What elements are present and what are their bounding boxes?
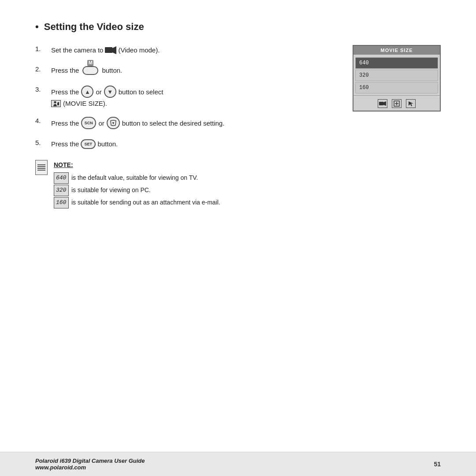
step-3: 3. Press the ▲ or ▼ button to select	[35, 86, 335, 107]
m-button-icon: M	[82, 66, 98, 75]
steps-column: 1. Set the camera to (Video mode). 2.	[35, 45, 335, 209]
screen-plus-svg	[394, 100, 400, 107]
svg-marker-1	[112, 46, 116, 54]
note-text-160: is suitable for sending out as an attach…	[71, 197, 220, 208]
step-5-text-before: Press the	[51, 139, 79, 149]
svg-marker-4	[57, 102, 59, 105]
step-3-content: Press the ▲ or ▼ button to select	[51, 86, 163, 107]
scn-button-icon: SCN	[81, 117, 96, 129]
screen-plus-icon	[392, 99, 402, 108]
step-4-or: or	[98, 119, 104, 127]
step-3-text-line2: (MOVIE SIZE).	[63, 100, 107, 107]
note-text-320: is suitable for viewing on PC.	[71, 185, 151, 196]
svg-rect-0	[105, 47, 112, 53]
set-button-icon: SET	[81, 139, 96, 149]
step-1-number: 1.	[35, 45, 48, 52]
step-4: 4. Press the SCN or ▼ button to select t…	[35, 117, 335, 129]
note-line-2	[37, 166, 45, 167]
step-5: 5. Press the SET button.	[35, 139, 335, 149]
m-label: M	[87, 60, 93, 66]
svg-rect-6	[379, 102, 383, 105]
note-item-320: 320 is suitable for viewing on PC.	[54, 185, 220, 196]
svg-point-2	[54, 101, 56, 103]
up-arrow-icon: ▲	[81, 86, 93, 98]
step-4-content: Press the SCN or ▼ button to select the …	[51, 117, 224, 129]
screen-video-icon	[378, 99, 387, 108]
screen-cursor-svg	[408, 100, 414, 107]
down-scene-svg: ▼	[109, 119, 117, 127]
note-item-640: 640 is the default value, suitable for v…	[54, 172, 220, 184]
step-2-number: 2.	[35, 65, 48, 73]
note-item-160: 160 is suitable for sending out as an at…	[54, 197, 220, 208]
step-3-text-after: button to select	[119, 88, 164, 96]
step-2-text-after: button.	[102, 65, 122, 76]
screen-cursor-icon	[406, 99, 416, 108]
movie-size-icon	[51, 100, 61, 107]
down-scene-icon: ▼	[107, 117, 120, 129]
step-3-line1: Press the ▲ or ▼ button to select	[51, 86, 163, 98]
step-5-number: 5.	[35, 139, 48, 146]
note-line-4	[37, 170, 45, 171]
m-button-shape	[82, 66, 98, 75]
note-label: NOTE:	[54, 160, 220, 171]
screen-item-160: 160	[355, 82, 438, 93]
note-section: NOTE: 640 is the default value, suitable…	[35, 160, 335, 209]
value-640: 640	[54, 172, 69, 184]
screen-bottom-icons	[353, 95, 440, 111]
section-title: • Setting the Video size	[35, 21, 441, 33]
svg-marker-11	[409, 101, 413, 106]
step-3-text-before: Press the	[51, 88, 79, 96]
step-2-content: Press the M button.	[51, 65, 122, 76]
footer-page-number: 51	[434, 461, 441, 468]
screen-video-svg	[379, 101, 386, 106]
page: • Setting the Video size 1. Set the came…	[0, 0, 476, 476]
svg-text:▼: ▼	[112, 121, 115, 125]
step-3-or: or	[96, 88, 101, 96]
value-320: 320	[54, 185, 69, 196]
step-4-number: 4.	[35, 117, 48, 124]
value-160: 160	[54, 197, 69, 208]
step-5-content: Press the SET button.	[51, 139, 118, 149]
bullet-point: •	[35, 21, 39, 33]
video-camera-svg	[105, 46, 116, 55]
screen-item-640: 640	[355, 57, 438, 69]
footer-left: Polaroid i639 Digital Camera User Guide …	[35, 457, 145, 471]
step-4-text-before: Press the	[51, 119, 79, 127]
step-2: 2. Press the M button.	[35, 65, 335, 76]
step-4-text-after: button to select the desired setting.	[122, 119, 225, 127]
down-arrow-icon: ▼	[104, 86, 116, 98]
step-1-text-after: (Video mode).	[118, 45, 160, 56]
note-line-3	[37, 168, 45, 169]
footer: Polaroid i639 Digital Camera User Guide …	[0, 452, 476, 476]
page-title: Setting the Video size	[44, 21, 144, 33]
screen-title-bar: MOVIE SIZE	[353, 46, 440, 55]
screen-item-320: 320	[355, 70, 438, 81]
svg-marker-7	[383, 101, 386, 106]
video-mode-icon	[105, 46, 116, 55]
step-5-text-after: button.	[97, 139, 118, 149]
screen-panel: MOVIE SIZE 640 320 160	[353, 45, 441, 112]
note-line-1	[37, 164, 45, 165]
main-content: 1. Set the camera to (Video mode). 2.	[35, 45, 441, 209]
step-3-line2: (MOVIE SIZE).	[51, 100, 163, 107]
footer-url: www.polaroid.com	[35, 464, 145, 471]
step-1-content: Set the camera to (Video mode).	[51, 45, 160, 56]
note-content: NOTE: 640 is the default value, suitable…	[54, 160, 220, 209]
step-3-number: 3.	[35, 86, 48, 93]
screen-items-list: 640 320 160	[353, 55, 440, 93]
step-1: 1. Set the camera to (Video mode).	[35, 45, 335, 56]
footer-title: Polaroid i639 Digital Camera User Guide	[35, 457, 145, 464]
note-text-640: is the default value, suitable for viewi…	[71, 173, 198, 183]
step-2-text-before: Press the	[51, 65, 79, 76]
movie-person-svg	[53, 101, 59, 106]
step-1-text-before: Set the camera to	[51, 45, 103, 56]
notepad-icon	[35, 160, 48, 175]
